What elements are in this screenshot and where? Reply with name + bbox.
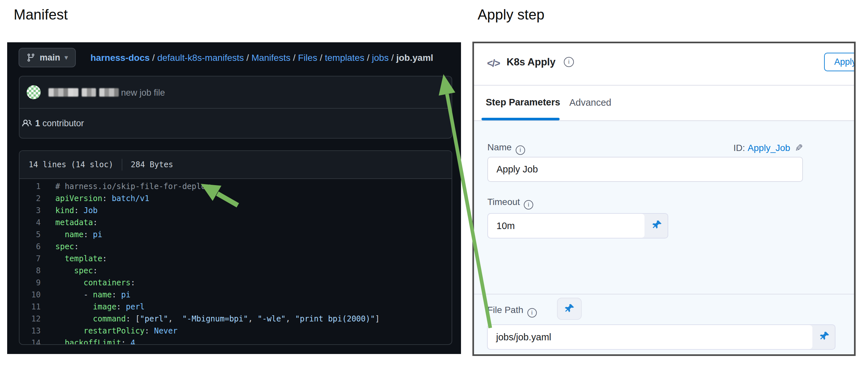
screenshot-root: Manifest Apply step main ▾ harness-docs … (0, 0, 868, 367)
file-size: 284 Bytes (131, 160, 173, 169)
code-step-icon: </> (487, 58, 500, 69)
code-line: 10 - name: pi (20, 289, 452, 301)
code-token: : (102, 194, 107, 203)
step-parameters-form: Name ID: Apply_Job ✎ Apply Job Timeout 1… (474, 121, 854, 354)
line-number[interactable]: 14 (20, 337, 41, 345)
redacted-username (49, 88, 79, 97)
code-token: Job (79, 206, 98, 215)
info-circle-icon[interactable] (524, 200, 533, 210)
line-number[interactable]: 7 (20, 253, 41, 265)
breadcrumb-link[interactable]: Files (298, 53, 317, 63)
breadcrumb-link[interactable]: Manifests (251, 53, 290, 63)
code-token: metadata (55, 218, 93, 227)
breadcrumb-link[interactable]: jobs (372, 53, 389, 63)
info-circle-icon[interactable] (527, 308, 537, 317)
code-token: : (74, 206, 79, 215)
code-line: 4metadata: (20, 217, 452, 229)
info-circle-icon[interactable] (516, 146, 525, 155)
code-token: kind (55, 206, 74, 215)
code-token: batch/v1 (107, 194, 149, 203)
code-line: 1# harness.io/skip-file-for-deploy (20, 181, 452, 193)
code-token: spec (55, 242, 74, 251)
line-number[interactable]: 6 (20, 241, 41, 253)
step-info-icon[interactable] (564, 57, 574, 67)
code-token: apiVersion (55, 194, 102, 203)
line-number[interactable]: 13 (20, 325, 41, 337)
breadcrumb-link[interactable]: templates (325, 53, 364, 63)
code-line: 5 name: pi (20, 229, 452, 241)
file-path-input-value: jobs/job.yaml (496, 332, 551, 343)
code-token: : (93, 266, 98, 275)
right-section-title: Apply step (477, 6, 544, 23)
code-line: 11 image: perl (20, 301, 452, 313)
file-lines-count: 14 lines (14 sloc) (29, 160, 113, 169)
code-token: : [ (126, 314, 140, 324)
people-icon (22, 118, 32, 128)
code-line: 7 template: (20, 253, 452, 265)
file-path-pin-button[interactable] (557, 298, 582, 320)
pushpin-icon[interactable] (819, 331, 830, 343)
code-token: , (168, 314, 182, 324)
code-token: pi (117, 290, 130, 299)
name-input[interactable]: Apply Job (487, 157, 803, 182)
line-number[interactable]: 3 (20, 205, 41, 217)
code-token: : (117, 302, 121, 311)
apply-changes-button[interactable]: Apply (824, 53, 856, 71)
code-token: name (55, 230, 84, 239)
line-number[interactable]: 2 (20, 193, 41, 205)
code-token: , (286, 314, 295, 324)
code-token: command (55, 314, 126, 324)
branch-selector-button[interactable]: main ▾ (19, 48, 76, 67)
breadcrumb-current-file: job.yaml (396, 53, 433, 63)
code-token: : (84, 230, 88, 239)
file-content-box: 14 lines (14 sloc) 284 Bytes 1# harness.… (19, 150, 452, 345)
line-number[interactable]: 12 (20, 313, 41, 325)
pushpin-icon[interactable] (651, 220, 662, 232)
line-number[interactable]: 5 (20, 229, 41, 241)
line-number[interactable]: 8 (20, 265, 41, 277)
name-field-label: Name (487, 142, 525, 155)
tab-step-parameters[interactable]: Step Parameters (486, 97, 560, 108)
line-number[interactable]: 4 (20, 217, 41, 229)
breadcrumb-link[interactable]: default-k8s-manifests (157, 53, 244, 63)
code-token: spec (55, 266, 93, 275)
step-id-row: ID: Apply_Job ✎ (733, 142, 803, 154)
name-input-value: Apply Job (496, 164, 538, 175)
timeout-input[interactable]: 10m (488, 214, 645, 238)
code-token: , (248, 314, 257, 324)
code-line: 2apiVersion: batch/v1 (20, 193, 452, 205)
tab-advanced[interactable]: Advanced (569, 97, 611, 108)
code-token: # harness.io/skip-file-for-deploy (55, 182, 211, 191)
line-number[interactable]: 9 (20, 277, 41, 289)
code-token: : (93, 218, 98, 227)
timeout-field-label: Timeout (487, 197, 533, 210)
code-token: - (55, 290, 93, 299)
code-line: 6spec: (20, 241, 452, 253)
code-token: name (93, 290, 112, 299)
commit-row: new job file (20, 77, 452, 108)
edit-pencil-icon[interactable]: ✎ (795, 142, 803, 154)
breadcrumb-separator: / (244, 53, 251, 63)
commit-message[interactable]: new job file (121, 88, 165, 98)
left-section-title: Manifest (14, 6, 68, 23)
line-number[interactable]: 1 (20, 181, 41, 193)
code-token: template (55, 254, 102, 263)
breadcrumb-separator: / (389, 53, 396, 63)
breadcrumb: harness-docs / default-k8s-manifests / M… (90, 52, 433, 64)
contributors-row[interactable]: 1 contributor (20, 109, 452, 138)
avatar[interactable] (27, 85, 41, 99)
file-path-input[interactable]: jobs/job.yaml (488, 325, 812, 349)
divider (122, 159, 122, 171)
apply-button-label: Apply (834, 57, 856, 67)
timeout-input-group: 10m (487, 213, 668, 239)
code-lines: 1# harness.io/skip-file-for-deploy2apiVe… (20, 181, 452, 344)
code-token: : (121, 338, 126, 345)
code-line: 3kind: Job (20, 205, 452, 217)
breadcrumb-repo-link[interactable]: harness-docs (90, 53, 150, 63)
line-number[interactable]: 11 (20, 301, 41, 313)
line-number[interactable]: 10 (20, 289, 41, 301)
breadcrumb-separator: / (317, 53, 325, 63)
file-path-field-label: File Path (487, 305, 537, 317)
step-id-link[interactable]: Apply_Job (748, 143, 790, 153)
pushpin-icon (564, 303, 575, 314)
